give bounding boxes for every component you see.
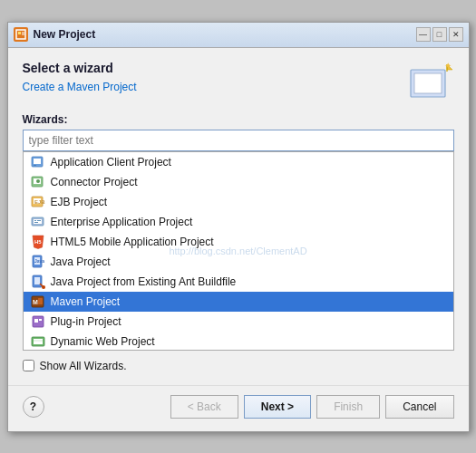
show-all-wizards-row: Show All Wizards.: [23, 360, 454, 372]
svg-rect-34: [38, 298, 43, 304]
nav-buttons: < Back Next > Finish Cancel: [170, 395, 454, 419]
list-item-label: EJB Project: [51, 196, 108, 208]
next-button[interactable]: Next >: [244, 395, 311, 419]
enterprise-icon: [31, 215, 45, 229]
web-icon: [31, 334, 45, 349]
dialog-body: ✦ Select a wizard Create a Maven Project…: [8, 48, 469, 385]
svg-rect-39: [34, 339, 43, 344]
svg-rect-19: [34, 219, 42, 224]
svg-rect-10: [34, 159, 41, 164]
list-item[interactable]: H5 HTML5 Mobile Application Project: [24, 232, 453, 252]
svg-text:EJB: EJB: [34, 199, 45, 205]
list-item-label: Plug-in Project: [51, 315, 121, 328]
list-item[interactable]: Java Java Project: [24, 252, 453, 272]
subtitle-link[interactable]: Create a Maven Project: [23, 81, 137, 93]
section-title: Select a wizard: [23, 61, 454, 75]
svg-rect-1: [18, 32, 21, 34]
wizard-graphic: ✦: [407, 61, 454, 108]
minimize-button[interactable]: —: [416, 27, 431, 42]
list-item-label: HTML5 Mobile Application Project: [51, 236, 214, 248]
window-controls: — □ ✕: [416, 27, 463, 42]
filter-input[interactable]: [23, 130, 454, 151]
wizards-list: http://blog.csdn.net/ClementAD Applicati…: [23, 151, 454, 351]
ejb-icon: EJB: [31, 195, 45, 209]
list-item[interactable]: Connector Project: [24, 172, 453, 192]
svg-text:✦: ✦: [444, 61, 452, 71]
list-item-label: Dynamic Web Project: [51, 335, 155, 348]
connector-icon: [31, 175, 45, 189]
list-item-label: Java Project: [51, 255, 111, 268]
svg-rect-11: [34, 165, 36, 166]
list-item-label: Connector Project: [51, 176, 138, 188]
svg-rect-37: [39, 319, 42, 321]
cancel-button[interactable]: Cancel: [385, 395, 453, 419]
svg-rect-29: [34, 277, 40, 284]
window-icon: [14, 27, 28, 42]
list-item-label: Maven Project: [51, 295, 121, 308]
help-button[interactable]: ?: [23, 396, 44, 418]
list-item[interactable]: Plug-in Project: [24, 312, 453, 332]
show-all-wizards-label[interactable]: Show All Wizards.: [40, 360, 127, 372]
svg-text:H5: H5: [34, 239, 42, 245]
maven-icon: M: [31, 294, 45, 309]
svg-rect-5: [414, 73, 442, 93]
button-bar: ? < Back Next > Finish Cancel: [8, 385, 469, 431]
wizards-label: Wizards:: [23, 113, 454, 126]
svg-text:Java: Java: [34, 258, 44, 264]
svg-rect-22: [34, 222, 38, 223]
svg-point-31: [42, 285, 45, 289]
list-item[interactable]: Enterprise Application Project: [24, 212, 453, 232]
maximize-button[interactable]: □: [432, 27, 447, 42]
list-item-maven[interactable]: M Maven Project: [24, 292, 453, 312]
list-item[interactable]: EJB EJB Project: [24, 192, 453, 212]
title-bar: New Project — □ ✕: [8, 23, 469, 48]
list-item[interactable]: Dynamic Web Project: [24, 332, 453, 351]
list-item[interactable]: Java Project from Existing Ant Buildfile: [24, 272, 453, 292]
list-item-label: Enterprise Application Project: [51, 216, 193, 228]
html5-icon: H5: [31, 235, 45, 249]
close-button[interactable]: ✕: [449, 27, 463, 42]
app-client-icon: [31, 155, 45, 169]
back-button[interactable]: < Back: [170, 395, 238, 419]
plugin-icon: [31, 314, 45, 329]
svg-point-14: [36, 179, 40, 183]
svg-text:M: M: [33, 299, 38, 305]
list-item[interactable]: Application Client Project: [24, 152, 453, 172]
svg-rect-20: [34, 220, 36, 221]
window-title: New Project: [34, 28, 96, 41]
finish-button[interactable]: Finish: [316, 395, 380, 419]
show-all-wizards-checkbox[interactable]: [23, 360, 34, 371]
svg-rect-21: [37, 220, 41, 221]
java-ant-icon: [31, 275, 45, 289]
list-item-label: Application Client Project: [51, 156, 171, 169]
java-icon: Java: [31, 255, 45, 269]
list-item-label: Java Project from Existing Ant Buildfile: [51, 275, 237, 288]
svg-rect-36: [34, 319, 38, 323]
new-project-window: New Project — □ ✕ ✦ Select a wizard Crea…: [7, 22, 470, 432]
